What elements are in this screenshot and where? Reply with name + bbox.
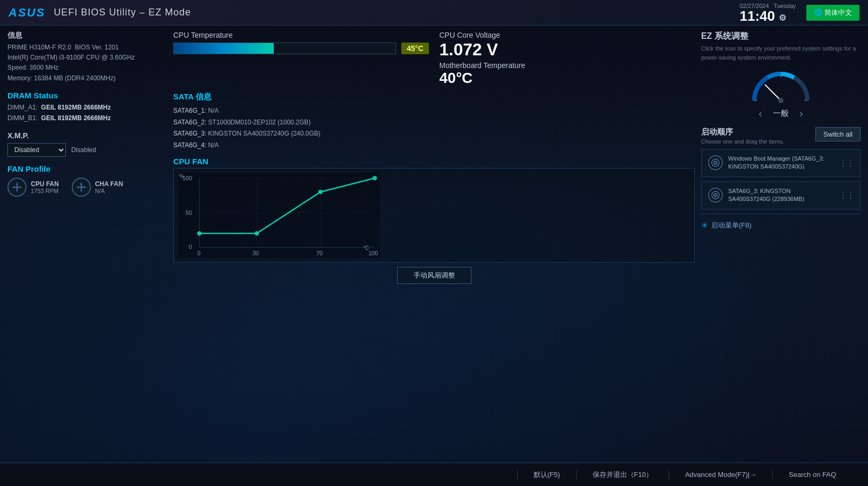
svg-line-22 [765, 85, 781, 100]
cpu-temp-bar [173, 43, 396, 54]
cpu-temp-value: 45°C [401, 43, 428, 54]
fan-profile-section: FAN Profile [7, 164, 167, 197]
ez-desc: Click the icon to specify your preferred… [701, 44, 861, 62]
boot-item-2-text: SATA6G_3: KINGSTON SA400S37240G (228936M… [728, 187, 833, 204]
info-title: 信息 [7, 31, 167, 40]
cpu-fan-name: CPU FAN [31, 180, 59, 188]
svg-point-32 [715, 195, 716, 196]
svg-text:°C: °C [363, 245, 369, 251]
cha-fan-item: CHA FAN N/A [72, 178, 123, 197]
xmp-select[interactable]: Disabled Profile 1 Profile 2 [7, 143, 66, 157]
drag-handle-2[interactable]: ⋮⋮ [839, 190, 854, 200]
svg-text:0: 0 [197, 250, 200, 256]
fan-chart-wrapper: 100 50 0 % 0 30 70 100 °C [173, 168, 695, 263]
mode-prev-button[interactable]: ‹ [759, 107, 762, 120]
cpu-fan-icon [7, 178, 27, 197]
info-speed: Speed: 3600 MHz [7, 63, 167, 73]
svg-text:0: 0 [189, 244, 192, 250]
cpu-fan-rpm: 1753 RPM [31, 188, 59, 194]
svg-point-12 [373, 176, 377, 180]
dram-dimmb1: DIMM_B1: GEIL 8192MB 2666MHz [7, 113, 167, 123]
search-faq-button[interactable]: Search on FAQ [773, 471, 852, 479]
switch-all-button[interactable]: Switch all [815, 127, 861, 141]
svg-point-29 [715, 162, 716, 163]
boot-item-1-text: Windows Boot Manager (SATA6G_3: KINGSTON… [728, 155, 833, 171]
xmp-title: X.M.P. [7, 131, 167, 140]
time-value: 11:40 [740, 8, 776, 24]
middle-panel: CPU Temperature 45°C CPU Core Voltage 1.… [173, 31, 695, 457]
svg-text:50: 50 [186, 210, 192, 216]
default-f5-button[interactable]: 默认(F5) [517, 470, 577, 480]
sata-port-2: SATA6G_2: ST1000DM010-2EP102 (1000.2GB) [173, 117, 695, 129]
drag-handle-1[interactable]: ⋮⋮ [839, 158, 854, 168]
lang-icon: 🌐 [814, 9, 822, 16]
xmp-value: Disabled [71, 146, 96, 154]
lang-label: 简体中文 [824, 9, 852, 16]
svg-point-1 [80, 186, 83, 189]
right-panel: EZ 系统调整 Click the icon to specify your p… [701, 31, 861, 457]
info-section: 信息 PRIME H310M-F R2.0 BIOS Ver. 1201 Int… [7, 31, 167, 83]
boot-menu-button[interactable]: ✳ 启动菜单(F8) [701, 219, 752, 232]
boot-order-desc: Choose one and drag the items. [701, 138, 785, 145]
cpu-fan-item: CPU FAN 1753 RPM [7, 178, 59, 197]
sata-title: SATA 信息 [173, 92, 695, 102]
fan-chart-title: CPU FAN [173, 157, 695, 166]
sata-section: SATA 信息 SATA6G_1: N/A SATA6G_2: ST1000DM… [173, 92, 695, 151]
dram-title: DRAM Status [7, 91, 167, 100]
fan-manual-button[interactable]: 手动风扇调整 [397, 267, 471, 284]
mb-temp-label: Motherboard Temperature [440, 61, 695, 70]
boot-disk-icon-1 [708, 155, 723, 170]
bios-title: UEFI BIOS Utility – EZ Mode [54, 7, 191, 18]
boot-item-1[interactable]: Windows Boot Manager (SATA6G_3: KINGSTON… [701, 149, 861, 177]
ez-section: EZ 系统调整 Click the icon to specify your p… [701, 31, 861, 120]
bottom-bar: 默认(F5) 保存并退出（F10） Advanced Mode(F7)|→ Se… [0, 463, 868, 486]
boot-menu-star-icon: ✳ [701, 221, 708, 230]
svg-point-23 [778, 98, 783, 103]
sata-port-3: SATA6G_3: KINGSTON SA400S37240G (240.0GB… [173, 128, 695, 140]
settings-icon[interactable]: ⚙ [779, 13, 786, 22]
boot-order-section: 启动顺序 Choose one and drag the items. Swit… [701, 127, 861, 232]
dram-dimma1: DIMM_A1: GEIL 8192MB 2666MHz [7, 102, 167, 113]
fan-chart-section: CPU FAN [173, 157, 695, 284]
svg-text:%: % [179, 173, 184, 179]
cha-fan-rpm: N/A [95, 188, 123, 194]
voltage-value: 1.072 V [440, 40, 695, 59]
save-exit-button[interactable]: 保存并退出（F10） [577, 470, 669, 480]
svg-text:100: 100 [368, 250, 378, 256]
cha-fan-name: CHA FAN [95, 180, 123, 188]
xmp-section: X.M.P. Disabled Profile 1 Profile 2 Disa… [7, 131, 167, 157]
dram-section: DRAM Status DIMM_A1: GEIL 8192MB 2666MHz… [7, 91, 167, 124]
cha-fan-icon [72, 178, 91, 197]
svg-point-9 [197, 231, 201, 236]
info-model: PRIME H310M-F R2.0 BIOS Ver. 1201 [7, 43, 167, 53]
speedometer [701, 66, 861, 103]
boot-disk-icon-2 [708, 188, 723, 203]
fan-chart-svg: 100 50 0 % 0 30 70 100 °C [178, 173, 380, 258]
voltage-section: CPU Core Voltage 1.072 V [440, 31, 695, 59]
fan-profile-title: FAN Profile [7, 164, 167, 173]
svg-rect-2 [178, 173, 380, 258]
voltage-label: CPU Core Voltage [440, 31, 695, 39]
info-cpu: Intel(R) Core(TM) i3-9100F CPU @ 3.60GHz [7, 53, 167, 63]
mode-label: 一般 [773, 108, 789, 119]
left-panel: 信息 PRIME H310M-F R2.0 BIOS Ver. 1201 Int… [7, 31, 167, 457]
svg-point-11 [318, 190, 323, 194]
mode-nav: ‹ 一般 › [701, 107, 861, 120]
cpu-temp-label: CPU Temperature [173, 31, 429, 39]
language-button[interactable]: 🌐 简体中文 [806, 5, 859, 21]
boot-item-2[interactable]: SATA6G_3: KINGSTON SA400S37240G (228936M… [701, 181, 861, 210]
cpu-temp-section: CPU Temperature 45°C [173, 31, 429, 87]
mode-next-button[interactable]: › [799, 107, 803, 120]
boot-order-title: 启动顺序 [701, 127, 785, 137]
svg-point-10 [255, 231, 259, 236]
sata-port-4: SATA6G_4: N/A [173, 140, 695, 152]
info-memory: Memory: 16384 MB (DDR4 2400MHz) [7, 73, 167, 83]
speedometer-svg [749, 66, 813, 103]
boot-menu-label: 启动菜单(F8) [711, 221, 752, 230]
datetime-display: 02/27/2024 Tuesday 11:40 ⚙ [740, 3, 796, 23]
svg-text:70: 70 [316, 250, 323, 256]
sata-port-1: SATA6G_1: N/A [173, 105, 695, 117]
svg-text:30: 30 [252, 250, 259, 256]
ez-title: EZ 系统调整 [701, 31, 861, 42]
advanced-mode-button[interactable]: Advanced Mode(F7)|→ [669, 471, 773, 479]
